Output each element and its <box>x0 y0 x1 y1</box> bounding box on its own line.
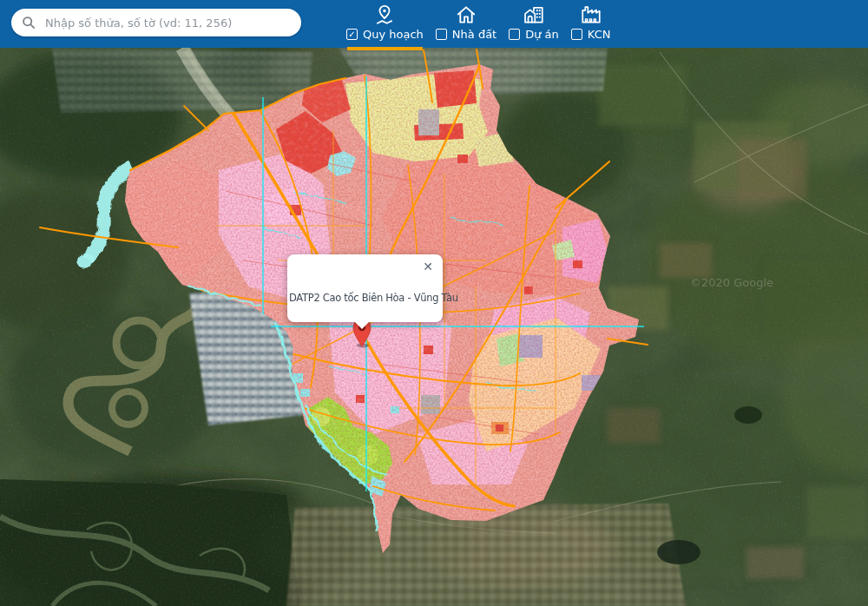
tab-du-an[interactable]: Dự án <box>503 0 565 50</box>
map-popup: ✕ DATP2 Cao tốc Biên Hòa - Vũng Tàu <box>287 254 443 322</box>
tab-label: Quy hoạch <box>363 28 424 41</box>
map-pin-icon <box>373 3 396 26</box>
tab-label: KCN <box>588 28 611 41</box>
tab-nha-dat[interactable]: Nhà đất <box>430 0 503 50</box>
quy-hoach-checkbox[interactable]: ✓ <box>346 29 358 40</box>
search-icon <box>22 16 36 30</box>
popup-title: DATP2 Cao tốc Biên Hòa - Vũng Tàu <box>289 292 441 304</box>
close-icon[interactable]: ✕ <box>423 260 433 273</box>
map-viewport[interactable]: ©2020 Google <box>0 48 868 606</box>
google-watermark: ©2020 Google <box>690 276 773 289</box>
house-icon <box>455 3 477 26</box>
tab-kcn[interactable]: KCN <box>565 0 617 50</box>
tab-label: Dự án <box>525 28 559 41</box>
popup-tail <box>354 321 370 329</box>
layer-tabs: ✓ Quy hoạch Nhà đất <box>340 0 616 48</box>
du-an-checkbox[interactable] <box>509 29 520 40</box>
factory-icon <box>580 3 602 26</box>
app-header: ✓ Quy hoạch Nhà đất <box>0 0 868 48</box>
search-input[interactable] <box>43 16 291 30</box>
kcn-checkbox[interactable] <box>571 29 582 40</box>
tab-label: Nhà đất <box>452 28 496 41</box>
active-tab-underline <box>347 47 423 50</box>
tab-quy-hoach[interactable]: ✓ Quy hoạch <box>340 0 430 50</box>
search-box[interactable] <box>11 9 301 36</box>
map-canvas[interactable]: ©2020 Google <box>0 48 868 606</box>
checkbox-check: ✓ <box>348 30 355 39</box>
building-icon <box>523 3 545 26</box>
nha-dat-checkbox[interactable] <box>436 29 447 40</box>
